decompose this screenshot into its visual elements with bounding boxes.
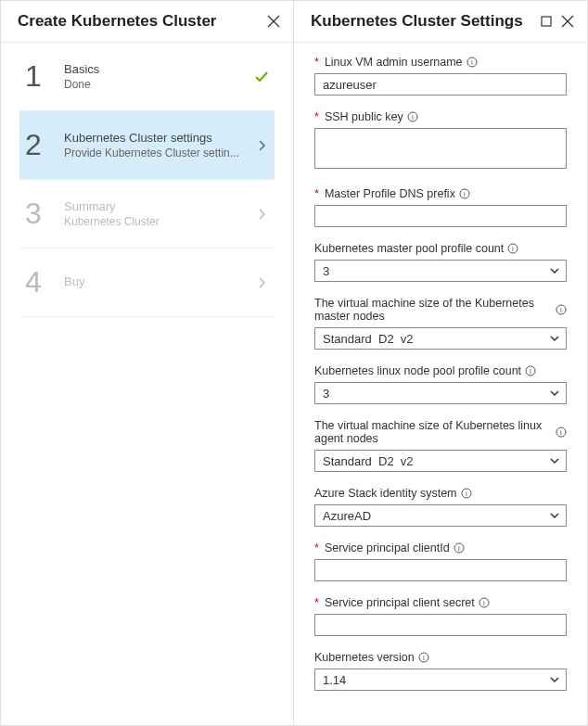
master-count-select[interactable]: 3 [314, 260, 567, 282]
checkmark-icon [254, 70, 269, 84]
svg-text:i: i [530, 367, 531, 376]
required-marker: * [314, 187, 319, 200]
step-title: Buy [64, 274, 254, 288]
left-title: Create Kubernetes Cluster [18, 12, 216, 31]
step-subtitle: Provide Kubernetes Cluster settin... [64, 146, 254, 159]
step-subtitle: Done [64, 78, 254, 91]
wizard-step-settings[interactable]: 2 Kubernetes Cluster settings Provide Ku… [19, 111, 275, 180]
close-icon [267, 15, 280, 28]
sp-secret-label: Service principal client secret [325, 596, 475, 609]
svg-text:i: i [471, 58, 473, 67]
svg-text:i: i [412, 113, 414, 121]
step-title: Basics [64, 62, 254, 76]
svg-text:i: i [464, 190, 466, 198]
wizard-step-basics[interactable]: 1 Basics Done [19, 43, 275, 111]
required-marker: * [314, 596, 319, 609]
step-number: 1 [25, 59, 58, 94]
ssh-key-input[interactable] [314, 128, 567, 169]
required-marker: * [314, 541, 319, 554]
admin-user-label: Linux VM admin username [325, 56, 463, 69]
step-title: Summary [64, 199, 254, 213]
node-count-label: Kubernetes linux node pool profile count [314, 364, 521, 377]
info-icon[interactable]: i [556, 304, 567, 315]
master-size-label: The virtual machine size of the Kubernet… [314, 297, 552, 323]
svg-rect-0 [542, 17, 551, 26]
master-size-select[interactable]: Standard_D2_v2 [314, 327, 567, 350]
close-left-button[interactable] [267, 15, 280, 28]
settings-form: *Linux VM admin usernamei *SSH public ke… [294, 43, 587, 724]
info-icon[interactable]: i [467, 57, 478, 68]
required-marker: * [314, 110, 319, 123]
info-icon[interactable]: i [461, 488, 472, 499]
wizard-panel: Create Kubernetes Cluster 1 Basics Done … [1, 1, 294, 725]
right-title: Kubernetes Cluster Settings [311, 12, 523, 31]
info-icon[interactable]: i [454, 542, 465, 554]
info-icon[interactable]: i [407, 111, 418, 122]
step-number: 2 [25, 128, 58, 162]
sp-clientid-label: Service principal clientId [325, 541, 450, 554]
info-icon[interactable]: i [418, 652, 429, 663]
dns-prefix-label: Master Profile DNS prefix [325, 187, 455, 200]
svg-text:i: i [512, 245, 514, 253]
wizard-steps: 1 Basics Done 2 Kubernetes Cluster setti… [1, 43, 293, 317]
chevron-right-icon [254, 139, 269, 152]
svg-text:i: i [560, 306, 562, 314]
sp-secret-input[interactable] [314, 614, 567, 636]
settings-panel: Kubernetes Cluster Settings *Linux VM ad… [294, 1, 587, 725]
chevron-right-icon [254, 276, 269, 289]
left-header: Create Kubernetes Cluster [1, 1, 293, 43]
info-icon[interactable]: i [525, 365, 536, 376]
right-header: Kubernetes Cluster Settings [294, 1, 587, 43]
info-icon[interactable]: i [556, 427, 567, 438]
info-icon[interactable]: i [507, 243, 518, 254]
node-count-select[interactable]: 3 [314, 382, 567, 404]
svg-text:i: i [560, 428, 562, 437]
step-title: Kubernetes Cluster settings [64, 131, 254, 145]
info-icon[interactable]: i [459, 188, 470, 199]
svg-text:i: i [423, 654, 425, 662]
dns-prefix-input[interactable] [314, 205, 567, 227]
identity-select[interactable]: AzureAD [314, 504, 567, 527]
close-icon [561, 15, 574, 28]
svg-text:i: i [483, 599, 485, 607]
svg-text:i: i [466, 490, 467, 498]
master-count-label: Kubernetes master pool profile count [314, 242, 504, 255]
ssh-key-label: SSH public key [325, 110, 403, 123]
maximize-button[interactable] [541, 16, 552, 27]
step-number: 3 [25, 197, 58, 231]
required-marker: * [314, 56, 319, 69]
wizard-step-buy[interactable]: 4 Buy [19, 248, 275, 317]
svg-text:i: i [458, 544, 460, 553]
sp-clientid-input[interactable] [314, 559, 567, 581]
k8s-version-label: Kubernetes version [314, 651, 415, 664]
close-right-button[interactable] [561, 15, 574, 28]
info-icon[interactable]: i [479, 597, 490, 608]
node-size-select[interactable]: Standard_D2_v2 [314, 450, 567, 472]
wizard-step-summary[interactable]: 3 Summary Kubernetes Cluster [19, 180, 275, 248]
k8s-version-select[interactable]: 1.14 [314, 669, 567, 691]
step-subtitle: Kubernetes Cluster [64, 215, 254, 228]
step-number: 4 [25, 265, 58, 299]
maximize-icon [541, 16, 552, 27]
node-size-label: The virtual machine size of Kubernetes l… [314, 419, 552, 445]
admin-user-input[interactable] [314, 73, 567, 96]
identity-label: Azure Stack identity system [314, 487, 457, 500]
chevron-right-icon [254, 208, 269, 221]
